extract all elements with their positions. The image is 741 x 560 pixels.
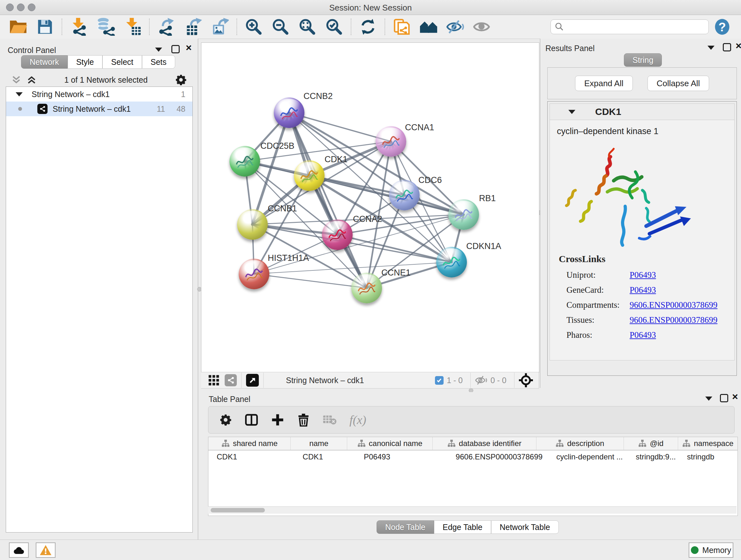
tab-node-table[interactable]: Node Table bbox=[377, 520, 434, 534]
protein-structure-thumbnail bbox=[300, 169, 319, 184]
network-view-icon[interactable] bbox=[225, 374, 237, 386]
genecard-link[interactable]: P06493 bbox=[630, 285, 656, 295]
column-header[interactable]: description bbox=[536, 437, 624, 450]
network-node-cdc6[interactable] bbox=[389, 180, 420, 210]
column-header[interactable]: namespace bbox=[678, 437, 738, 450]
export-image-icon bbox=[211, 18, 229, 36]
results-scroll-area[interactable]: CDK1 cyclin–dependent kinase 1 bbox=[547, 101, 737, 376]
crosslink-row: Compartments:9606.ENSP00000378699 bbox=[566, 298, 718, 313]
tab-network-table[interactable]: Network Table bbox=[491, 520, 559, 534]
close-panel-icon[interactable]: × bbox=[186, 44, 192, 51]
section-collapse-icon[interactable] bbox=[568, 110, 576, 114]
tab-select[interactable]: Select bbox=[103, 55, 142, 69]
zoom-fit-icon bbox=[299, 18, 316, 36]
memory-button[interactable]: Memory bbox=[689, 543, 733, 558]
toolbar-separator bbox=[470, 373, 471, 388]
table-panel-title: Table Panel bbox=[209, 395, 251, 404]
open-session-button[interactable] bbox=[8, 17, 28, 36]
tree-expand-icon[interactable] bbox=[16, 92, 23, 97]
zoom-selected-button[interactable] bbox=[324, 17, 344, 36]
network-collection-row[interactable]: String Network – cdk1 1 bbox=[6, 87, 192, 102]
column-header[interactable]: name bbox=[291, 437, 347, 450]
houses-icon bbox=[419, 19, 438, 35]
network-node-ccne1[interactable] bbox=[351, 273, 382, 303]
show-all-button[interactable] bbox=[472, 17, 492, 36]
gear-icon[interactable] bbox=[175, 74, 187, 86]
tab-edge-table[interactable]: Edge Table bbox=[434, 520, 491, 534]
network-node-rb1[interactable] bbox=[448, 199, 479, 230]
tab-style[interactable]: Style bbox=[68, 55, 103, 69]
selected-checkbox[interactable] bbox=[435, 376, 444, 385]
warnings-button[interactable] bbox=[36, 543, 56, 558]
import-table-file-button[interactable] bbox=[123, 17, 142, 36]
hide-selected-button[interactable] bbox=[446, 17, 465, 36]
grid-view-icon[interactable] bbox=[208, 374, 219, 386]
zoom-in-button[interactable] bbox=[244, 17, 264, 36]
birdseye-view-icon[interactable] bbox=[246, 374, 259, 387]
delete-column-icon[interactable] bbox=[297, 413, 310, 427]
float-panel-icon[interactable] bbox=[720, 394, 728, 402]
network-node-ccna2[interactable] bbox=[322, 219, 353, 250]
uniprot-link[interactable]: P06493 bbox=[630, 270, 656, 280]
compartments-link[interactable]: 9606.ENSP00000378699 bbox=[630, 300, 718, 310]
home-button[interactable] bbox=[419, 17, 439, 36]
clone-network-button[interactable] bbox=[392, 17, 412, 36]
search-input[interactable] bbox=[564, 22, 693, 32]
panel-menu-icon[interactable] bbox=[705, 396, 712, 401]
tissues-link[interactable]: 9606.ENSP00000378699 bbox=[630, 315, 718, 325]
column-header[interactable]: canonical name bbox=[347, 437, 433, 450]
network-node-ccna1[interactable] bbox=[376, 126, 406, 157]
collapse-all-icon[interactable] bbox=[11, 74, 22, 85]
tab-sets[interactable]: Sets bbox=[142, 55, 175, 69]
import-table-icon bbox=[124, 18, 141, 36]
network-node-ccnb1[interactable] bbox=[237, 209, 268, 240]
help-button[interactable]: ? bbox=[712, 17, 732, 36]
export-table-button[interactable] bbox=[183, 17, 203, 36]
network-node-cdk1[interactable] bbox=[294, 160, 325, 191]
network-edge[interactable] bbox=[254, 274, 367, 288]
network-node-cdkn1a[interactable] bbox=[436, 247, 467, 277]
column-header[interactable]: database identifier bbox=[433, 437, 536, 450]
center-view-icon[interactable] bbox=[519, 373, 533, 387]
cdk1-section-header[interactable]: CDK1 bbox=[549, 104, 735, 120]
zoom-fit-button[interactable] bbox=[297, 17, 317, 36]
memory-status-icon bbox=[691, 546, 698, 554]
network-node-ccnb2[interactable] bbox=[274, 98, 305, 128]
float-panel-icon[interactable] bbox=[172, 45, 180, 53]
gear-icon[interactable] bbox=[219, 414, 232, 426]
pharos-link[interactable]: P06493 bbox=[630, 330, 656, 340]
network-node-hist1h1a[interactable] bbox=[239, 259, 269, 289]
zoom-out-button[interactable] bbox=[271, 17, 290, 36]
save-session-button[interactable] bbox=[35, 17, 55, 36]
float-panel-icon[interactable] bbox=[723, 43, 731, 51]
close-panel-icon[interactable]: × bbox=[732, 393, 738, 400]
results-panel: Results Panel × String Expand All Collap… bbox=[540, 39, 741, 388]
table-row[interactable]: CDK1 CDK1 P06493 9606.ENSP00000378699 cy… bbox=[208, 450, 738, 464]
apply-layout-button[interactable] bbox=[358, 17, 378, 36]
panel-menu-icon[interactable] bbox=[708, 46, 715, 50]
expand-all-icon[interactable] bbox=[26, 74, 37, 85]
import-network-database-button[interactable] bbox=[96, 17, 116, 36]
panel-menu-icon[interactable] bbox=[155, 48, 162, 52]
cloud-status-button[interactable] bbox=[9, 543, 29, 558]
export-image-button[interactable] bbox=[210, 17, 230, 36]
collapse-all-button[interactable]: Collapse All bbox=[648, 76, 710, 91]
expand-all-button[interactable]: Expand All bbox=[575, 76, 633, 91]
export-network-button[interactable] bbox=[156, 17, 176, 36]
show-columns-icon[interactable] bbox=[245, 413, 258, 427]
column-header[interactable]: @id bbox=[624, 437, 678, 450]
network-canvas[interactable]: CCNB2 CCNA1 CDC25B CDK1 CDC6 RB1CCNB1 CC… bbox=[201, 43, 539, 373]
column-header[interactable]: shared name bbox=[208, 437, 291, 450]
control-panel-tabs: Network Style Select Sets bbox=[21, 55, 175, 69]
tab-network[interactable]: Network bbox=[21, 55, 68, 69]
network-row-selected[interactable]: String Network – cdk1 11 48 bbox=[6, 102, 192, 116]
tab-string[interactable]: String bbox=[624, 53, 662, 67]
network-node-cdc25b[interactable] bbox=[229, 146, 260, 177]
scrollbar-thumb[interactable] bbox=[211, 508, 265, 512]
node-label-cdc25b: CDC25B bbox=[260, 141, 294, 151]
close-panel-icon[interactable]: × bbox=[736, 43, 741, 49]
add-column-icon[interactable] bbox=[271, 413, 284, 427]
horizontal-scrollbar[interactable] bbox=[208, 506, 737, 514]
import-network-file-button[interactable] bbox=[69, 17, 89, 36]
network-list: String Network – cdk1 1 String Network –… bbox=[6, 86, 193, 533]
